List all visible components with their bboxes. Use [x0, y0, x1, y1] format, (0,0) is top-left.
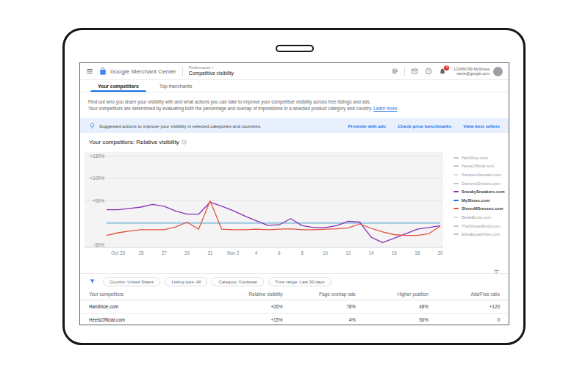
x-axis-label: 27: [162, 250, 168, 256]
intro-line-1: Find out who you share your visibility w…: [88, 98, 501, 105]
legend-dash-icon: [453, 165, 459, 167]
merchant-center-screen: Google Merchant Center Performance > Com…: [79, 62, 509, 325]
table-cell: HanShoe.com: [80, 300, 218, 314]
legend-item[interactable]: TheShoesWorld.com: [453, 222, 509, 231]
legend-dash-icon: [453, 191, 459, 192]
legend-item[interactable]: BettaBoots.com: [453, 213, 509, 222]
legend-item[interactable]: EllasEspadrilles.com: [453, 230, 509, 239]
table-cell: 0: [436, 314, 509, 326]
tablet-frame: Google Merchant Center Performance > Com…: [62, 28, 526, 345]
breadcrumb-parent[interactable]: Performance >: [189, 66, 234, 70]
intro-line-2: Your competitors are determined by evalu…: [88, 105, 501, 112]
table-cell: 78%: [290, 300, 363, 314]
table-column-header[interactable]: Page overlap rate: [290, 289, 363, 300]
funnel-filter-icon[interactable]: [89, 275, 96, 288]
chart-legend: HanShoe.comHeelsOfficial.comSandersSanda…: [453, 153, 509, 239]
table-body: HanShoe.com+26%78%48%+120HeelsOfficial.c…: [80, 300, 509, 326]
legend-dash-icon: [453, 200, 459, 201]
notifications-bell-icon[interactable]: 9: [439, 68, 446, 75]
help-icon[interactable]: ?: [425, 68, 432, 75]
legend-item[interactable]: SneakySneakers.com: [453, 187, 509, 196]
visibility-chart: +150%+100%+50%-50%Oct 2325272931Nov 2468…: [85, 149, 445, 258]
legend-item[interactable]: HeelsOfficial.com: [453, 162, 509, 171]
mail-icon[interactable]: [411, 68, 418, 75]
tab-bar: Your competitors Top merchants: [80, 80, 509, 93]
x-axis-label: 16: [392, 250, 398, 256]
legend-item[interactable]: ShoesNDresses.com: [453, 205, 509, 214]
legend-name: TheShoesWorld.com: [462, 224, 501, 228]
legend-dash-icon: [453, 183, 459, 184]
legend-item[interactable]: MyShoes.com: [453, 196, 509, 205]
banner-text: Suggested actions to improve your visibi…: [99, 123, 261, 128]
y-axis-label: -50%: [93, 242, 104, 247]
table-column-header[interactable]: Higher position: [363, 289, 436, 300]
filter-chip[interactable]: Category: Footwear: [212, 277, 264, 286]
filter-chips-row: Country: United StatesListing type: AllC…: [80, 273, 509, 289]
x-axis-label: Oct 23: [111, 250, 125, 256]
table-column-header[interactable]: Ads/Free ratio: [436, 289, 509, 300]
table-cell: +15%: [218, 314, 290, 326]
chart-title-row: Your competitors: Relative visibility: [89, 139, 187, 145]
legend-name: HanShoe.com: [462, 156, 488, 160]
table-cell: 48%: [363, 300, 436, 314]
x-axis-label: 4: [255, 250, 258, 256]
y-axis-label: +150%: [90, 153, 104, 159]
learn-more-link[interactable]: Learn more: [373, 106, 397, 111]
legend-name: SandersSandals.com: [462, 173, 501, 177]
check-price-benchmarks-link[interactable]: Check price benchmarks: [398, 123, 451, 128]
y-axis-label: +100%: [90, 175, 104, 181]
legend-name: SneakySneakers.com: [462, 189, 505, 194]
x-axis-label: 14: [369, 250, 375, 256]
breadcrumb: Performance > Competitive visibility: [189, 66, 234, 76]
x-axis-label: 12: [345, 250, 351, 256]
legend-dash-icon: [453, 217, 459, 218]
promote-with-ads-link[interactable]: Promote with ads: [348, 123, 386, 128]
merchant-center-logo-icon: [98, 67, 107, 76]
filter-chip[interactable]: Time range: Last 30 days: [268, 277, 331, 286]
table-row: HeelsOfficial.com+15%4%56%0: [80, 314, 509, 326]
x-axis-label: 29: [184, 250, 190, 256]
x-axis-label: Nov 2: [227, 250, 240, 256]
table-column-header[interactable]: Relative visibility: [218, 289, 290, 300]
avatar[interactable]: [493, 67, 503, 76]
filter-chips: Country: United StatesListing type: AllC…: [103, 277, 331, 286]
divider: [182, 67, 183, 76]
tab-top-merchants[interactable]: Top merchants: [149, 80, 203, 92]
table-cell: 4%: [290, 314, 363, 326]
legend-dash-icon: [453, 174, 459, 175]
info-icon[interactable]: [182, 140, 187, 145]
x-axis-label: 31: [207, 250, 213, 256]
intro-text: Find out who you share your visibility w…: [88, 98, 501, 112]
settings-icon[interactable]: [391, 68, 398, 75]
legend-item[interactable]: SandersSandals.com: [453, 170, 509, 179]
legend-item[interactable]: DamensDerbies.com: [453, 179, 509, 188]
legend-name: BettaBoots.com: [462, 215, 491, 220]
legend-name: EllasEspadrilles.com: [462, 232, 500, 236]
legend-dash-icon: [453, 157, 459, 159]
legend-item[interactable]: HanShoe.com: [453, 153, 509, 162]
tab-your-competitors[interactable]: Your competitors: [87, 80, 149, 92]
account-info[interactable]: 123456789 MyShoes name@google.com: [453, 67, 490, 76]
legend-name: HeelsOfficial.com: [462, 164, 494, 168]
filter-chip[interactable]: Country: United States: [103, 277, 160, 286]
chart-title: Your competitors: Relative visibility: [89, 139, 179, 145]
table-column-header[interactable]: Your competitors: [80, 289, 218, 300]
table-cell: 56%: [363, 314, 436, 326]
y-axis-label: +50%: [93, 198, 105, 203]
suggestions-banner: Suggested actions to improve your visibi…: [80, 118, 509, 133]
product-name: Google Merchant Center: [110, 68, 176, 75]
view-best-sellers-link[interactable]: View best sellers: [463, 123, 500, 128]
table-cell: +26%: [218, 300, 290, 314]
account-email: name@google.com: [453, 71, 490, 76]
x-axis-label: 25: [138, 250, 144, 256]
legend-dash-icon: [453, 208, 459, 209]
app-header: Google Merchant Center Performance > Com…: [80, 63, 509, 80]
legend-dash-icon: [453, 225, 459, 227]
hamburger-menu-icon[interactable]: [86, 68, 93, 75]
competitors-table: Your competitorsRelative visibilityPage …: [80, 289, 509, 325]
legend-dash-icon: [453, 233, 459, 235]
filter-chip[interactable]: Listing type: All: [165, 277, 207, 286]
x-axis-label: 6: [278, 250, 281, 256]
x-axis-label: 20: [437, 250, 443, 256]
divider: [404, 67, 405, 76]
